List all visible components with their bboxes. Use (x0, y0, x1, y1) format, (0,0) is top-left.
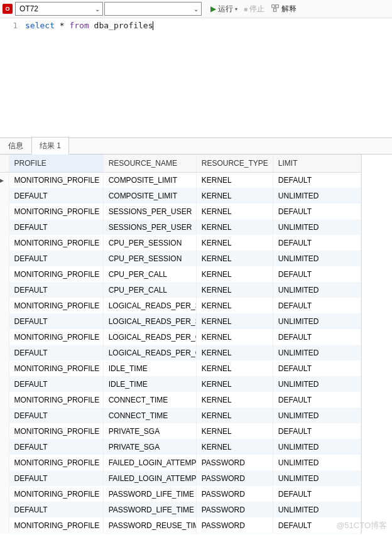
cell-type[interactable]: KERNEL (196, 360, 273, 376)
cell-res[interactable]: PASSWORD_LIFE_TIME (103, 486, 196, 502)
table-row[interactable]: DEFAULTCONNECT_TIMEKERNELUNLIMITED (0, 408, 361, 423)
cell-limit[interactable]: UNLIMITED (273, 282, 361, 298)
table-row[interactable]: DEFAULTPASSWORD_REUSE_TIMEPASSWORDUNLIMI… (0, 533, 361, 534)
table-row[interactable]: DEFAULTSESSIONS_PER_USERKERNELUNLIMITED (0, 219, 361, 235)
cell-type[interactable]: PASSWORD (196, 517, 273, 533)
cell-res[interactable]: IDLE_TIME (103, 376, 196, 392)
cell-limit[interactable]: DEFAULT (273, 360, 361, 376)
cell-limit[interactable]: UNLIMITED (273, 251, 361, 266)
editor-code[interactable]: select * from dba_profiles (23, 18, 156, 138)
cell-res[interactable]: CPU_PER_SESSION (103, 235, 196, 251)
table-row[interactable]: DEFAULTLOGICAL_READS_PER_CALKERNELUNLIMI… (0, 345, 361, 360)
cell-res[interactable]: CPU_PER_CALL (103, 282, 196, 298)
table-row[interactable]: DEFAULTFAILED_LOGIN_ATTEMPTSPASSWORDUNLI… (0, 470, 361, 486)
table-row[interactable]: MONITORING_PROFILEFAILED_LOGIN_ATTEMPTSP… (0, 455, 361, 470)
cell-res[interactable]: PRIVATE_SGA (103, 439, 196, 455)
table-row[interactable]: MONITORING_PROFILECPU_PER_SESSIONKERNELD… (0, 235, 361, 251)
cell-res[interactable]: CONNECT_TIME (103, 408, 196, 423)
col-resource-type[interactable]: RESOURCE_TYPE (196, 154, 273, 172)
cell-type[interactable]: KERNEL (196, 298, 273, 313)
cell-limit[interactable]: UNLIMITED (273, 376, 361, 392)
cell-type[interactable]: KERNEL (196, 172, 273, 188)
sql-editor[interactable]: 1 select * from dba_profiles (0, 18, 392, 138)
cell-res[interactable]: LOGICAL_READS_PER_SES (103, 313, 196, 329)
table-row[interactable]: DEFAULTCPU_PER_CALLKERNELUNLIMITED (0, 282, 361, 298)
table-row[interactable]: ▸MONITORING_PROFILECOMPOSITE_LIMITKERNEL… (0, 172, 361, 188)
cell-profile[interactable]: MONITORING_PROFILE (9, 329, 103, 345)
cell-limit[interactable]: UNLIMITED (273, 502, 361, 517)
cell-limit[interactable]: UNLIMITED (273, 439, 361, 455)
cell-limit[interactable]: DEFAULT (273, 203, 361, 219)
cell-type[interactable]: KERNEL (196, 439, 273, 455)
cell-limit[interactable]: UNLIMITED (273, 345, 361, 360)
cell-res[interactable]: CONNECT_TIME (103, 392, 196, 408)
cell-limit[interactable]: DEFAULT (273, 423, 361, 439)
table-row[interactable]: DEFAULTIDLE_TIMEKERNELUNLIMITED (0, 376, 361, 392)
table-row[interactable]: MONITORING_PROFILEPASSWORD_LIFE_TIMEPASS… (0, 486, 361, 502)
cell-profile[interactable]: DEFAULT (9, 188, 103, 203)
cell-res[interactable]: FAILED_LOGIN_ATTEMPTS (103, 455, 196, 470)
table-row[interactable]: MONITORING_PROFILECPU_PER_CALLKERNELDEFA… (0, 266, 361, 282)
table-row[interactable]: MONITORING_PROFILELOGICAL_READS_PER_SESK… (0, 298, 361, 313)
cell-profile[interactable]: MONITORING_PROFILE (9, 360, 103, 376)
cell-type[interactable]: KERNEL (196, 329, 273, 345)
cell-res[interactable]: LOGICAL_READS_PER_CAL (103, 345, 196, 360)
cell-type[interactable]: PASSWORD (196, 486, 273, 502)
cell-limit[interactable]: UNLIMITED (273, 188, 361, 203)
cell-type[interactable]: KERNEL (196, 203, 273, 219)
cell-profile[interactable]: DEFAULT (9, 219, 103, 235)
cell-res[interactable]: CPU_PER_SESSION (103, 251, 196, 266)
cell-profile[interactable]: MONITORING_PROFILE (9, 423, 103, 439)
cell-res[interactable]: FAILED_LOGIN_ATTEMPTS (103, 470, 196, 486)
schema-select[interactable]: ⌄ (104, 2, 202, 16)
table-row[interactable]: DEFAULTLOGICAL_READS_PER_SESKERNELUNLIMI… (0, 313, 361, 329)
result-grid[interactable]: PROFILE RESOURCE_NAME RESOURCE_TYPE LIMI… (0, 154, 361, 534)
table-row[interactable]: MONITORING_PROFILEPRIVATE_SGAKERNELDEFAU… (0, 423, 361, 439)
cell-res[interactable]: COMPOSITE_LIMIT (103, 188, 196, 203)
table-row[interactable]: MONITORING_PROFILESESSIONS_PER_USERKERNE… (0, 203, 361, 219)
cell-type[interactable]: KERNEL (196, 376, 273, 392)
cell-limit[interactable]: DEFAULT (273, 172, 361, 188)
cell-res[interactable]: PASSWORD_REUSE_TIME (103, 533, 196, 534)
table-row[interactable]: MONITORING_PROFILECONNECT_TIMEKERNELDEFA… (0, 392, 361, 408)
cell-type[interactable]: KERNEL (196, 423, 273, 439)
tab-results[interactable]: 结果 1 (31, 137, 69, 154)
cell-profile[interactable]: MONITORING_PROFILE (9, 486, 103, 502)
table-row[interactable]: MONITORING_PROFILELOGICAL_READS_PER_CALK… (0, 329, 361, 345)
cell-type[interactable]: KERNEL (196, 408, 273, 423)
cell-profile[interactable]: DEFAULT (9, 282, 103, 298)
explain-button[interactable]: 解释 (268, 3, 299, 16)
database-select[interactable]: OT72 ⌄ (15, 2, 103, 16)
cell-profile[interactable]: DEFAULT (9, 251, 103, 266)
cell-limit[interactable]: DEFAULT (273, 235, 361, 251)
cell-profile[interactable]: MONITORING_PROFILE (9, 266, 103, 282)
cell-profile[interactable]: DEFAULT (9, 502, 103, 517)
cell-limit[interactable]: DEFAULT (273, 329, 361, 345)
cell-type[interactable]: KERNEL (196, 266, 273, 282)
cell-profile[interactable]: DEFAULT (9, 408, 103, 423)
cell-profile[interactable]: MONITORING_PROFILE (9, 172, 103, 188)
cell-profile[interactable]: MONITORING_PROFILE (9, 235, 103, 251)
cell-profile[interactable]: MONITORING_PROFILE (9, 298, 103, 313)
cell-type[interactable]: KERNEL (196, 313, 273, 329)
cell-limit[interactable]: UNLIMITED (273, 313, 361, 329)
tab-info[interactable]: 信息 (0, 137, 31, 154)
table-row[interactable]: DEFAULTPRIVATE_SGAKERNELUNLIMITED (0, 439, 361, 455)
cell-res[interactable]: LOGICAL_READS_PER_CAL (103, 329, 196, 345)
run-button[interactable]: ▶ 运行 ▾ (208, 3, 240, 16)
cell-res[interactable]: LOGICAL_READS_PER_SES (103, 298, 196, 313)
cell-limit[interactable]: DEFAULT (273, 298, 361, 313)
cell-type[interactable]: PASSWORD (196, 533, 273, 534)
table-row[interactable]: MONITORING_PROFILEPASSWORD_REUSE_TIMEPAS… (0, 517, 361, 533)
cell-res[interactable]: PRIVATE_SGA (103, 423, 196, 439)
col-limit[interactable]: LIMIT (273, 154, 361, 172)
cell-res[interactable]: PASSWORD_REUSE_TIME (103, 517, 196, 533)
stop-button[interactable]: ■ 停止 (241, 3, 267, 16)
cell-type[interactable]: KERNEL (196, 392, 273, 408)
cell-res[interactable]: IDLE_TIME (103, 360, 196, 376)
cell-limit[interactable]: UNLIMITED (273, 470, 361, 486)
cell-profile[interactable]: DEFAULT (9, 376, 103, 392)
cell-type[interactable]: PASSWORD (196, 455, 273, 470)
cell-limit[interactable]: UNLIMITED (273, 455, 361, 470)
cell-limit[interactable]: DEFAULT (273, 266, 361, 282)
